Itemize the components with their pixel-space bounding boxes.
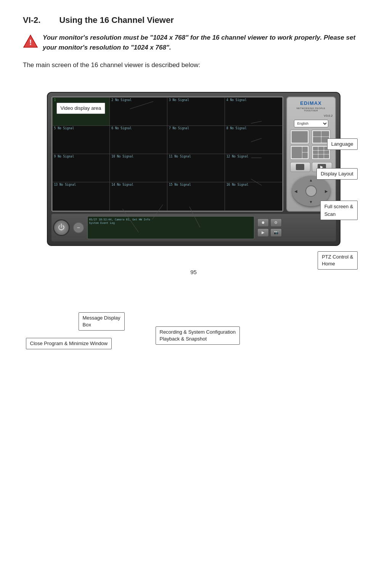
video-cell-14: 14 No Signal: [110, 182, 167, 210]
callout-display-layout: Display Layout: [316, 168, 357, 180]
power-icon: ⏻: [58, 223, 65, 231]
message-line-2: System Event Log: [89, 222, 252, 225]
video-cell-5: 5 No Signal: [53, 126, 110, 154]
svg-text:!: !: [29, 38, 32, 47]
layout-btn-custom[interactable]: [290, 145, 309, 160]
warning-icon: !: [23, 33, 38, 50]
section-number: VI-2.: [23, 15, 40, 25]
page-title-section: VI-2. Using the 16 Channel Viewer: [23, 15, 364, 25]
video-cell-9: 9 No Signal: [53, 154, 110, 182]
ptz-down-arrow[interactable]: ▼: [309, 200, 313, 204]
ptz-left-arrow[interactable]: ◀: [294, 189, 297, 193]
right-control-panel: EDiMAX NETWORKING PEOPLE TOGETHER V3.0.2…: [286, 96, 336, 212]
video-grid: 1 2 No Signal 3 No Signal 4 No Signal 5: [52, 97, 283, 211]
control-row-1: ⏺ ⚙: [257, 218, 282, 227]
power-button[interactable]: ⏻: [53, 219, 70, 236]
warning-text: Your monitor's resolution must be "1024 …: [43, 33, 364, 52]
section-title: Using the 16 Channel Viewer: [59, 15, 173, 25]
playback-button[interactable]: ▶: [257, 228, 269, 237]
dvr-unit: 1 2 No Signal 3 No Signal 4 No Signal 5: [47, 92, 340, 246]
record-icon: ⏺: [261, 220, 265, 225]
brand-logo: EDiMAX NETWORKING PEOPLE TOGETHER: [289, 100, 333, 112]
video-cell-12: 12 No Signal: [225, 154, 282, 182]
minus-icon: −: [77, 225, 80, 231]
playback-icon: ▶: [262, 230, 265, 235]
fullscreen-icon: [296, 164, 304, 170]
callout-close-program: Close Program & Minimize Window: [26, 338, 112, 349]
annotated-diagram: Video display area Language Display Layo…: [26, 92, 361, 254]
callout-recording-system: Recording & System ConfigurationPlayback…: [156, 326, 240, 345]
minus-button[interactable]: −: [73, 222, 84, 233]
version-text: V3.0.2: [289, 114, 333, 117]
layout-btn-1up[interactable]: [290, 130, 309, 144]
intro-text: The main screen of the 16 channel viewer…: [23, 61, 364, 69]
video-cell-7: 7 No Signal: [167, 126, 225, 154]
video-cell-16: 16 No Signal: [225, 182, 282, 210]
video-cell-11: 11 No Signal: [167, 154, 225, 182]
message-display-box: 05/27 18:52:44, Camera 01, Get HW Info S…: [87, 216, 254, 239]
callout-ptz-control: PTZ Control &Home: [318, 251, 357, 270]
config-button[interactable]: ⚙: [270, 218, 282, 227]
video-cell-2: 2 No Signal: [110, 98, 167, 125]
callout-language: Language: [327, 138, 358, 150]
video-cell-8: 8 No Signal: [225, 126, 282, 154]
snapshot-icon: 📷: [274, 230, 278, 235]
message-line-1: 05/27 18:52:44, Camera 01, Get HW Info: [89, 218, 252, 222]
video-cell-10: 10 No Signal: [110, 154, 167, 182]
warning-box: ! Your monitor's resolution must be "102…: [23, 33, 364, 52]
record-button[interactable]: ⏺: [257, 218, 269, 227]
video-cell-4: 4 No Signal: [225, 98, 282, 125]
control-buttons-group: ⏺ ⚙ ▶ 📷: [257, 218, 282, 237]
callout-message-display-box: Message DisplayBox: [79, 312, 125, 331]
dvr-bottom-controls: ⏻ − 05/27 18:52:44, Camera 01, Get HW In…: [51, 214, 336, 241]
control-row-2: ▶ 📷: [257, 228, 282, 237]
callout-full-screen-scan: Full screen &Scan: [320, 201, 358, 220]
video-cell-15: 15 No Signal: [167, 182, 225, 210]
ptz-up-arrow[interactable]: ▲: [309, 178, 313, 182]
page-number: 95: [23, 269, 364, 275]
layout-buttons: [290, 130, 332, 160]
language-select[interactable]: English: [294, 120, 328, 127]
config-icon: ⚙: [274, 220, 278, 225]
video-cell-6: 6 No Signal: [110, 126, 167, 154]
fullscreen-button[interactable]: [290, 162, 310, 172]
video-cell-13: 13 No Signal: [53, 182, 110, 210]
ptz-right-arrow[interactable]: ▶: [325, 189, 328, 193]
snapshot-button[interactable]: 📷: [270, 228, 282, 237]
callout-video-display-area: Video display area: [56, 103, 106, 114]
video-cell-3: 3 No Signal: [167, 98, 225, 125]
ptz-center-button[interactable]: [305, 185, 317, 197]
